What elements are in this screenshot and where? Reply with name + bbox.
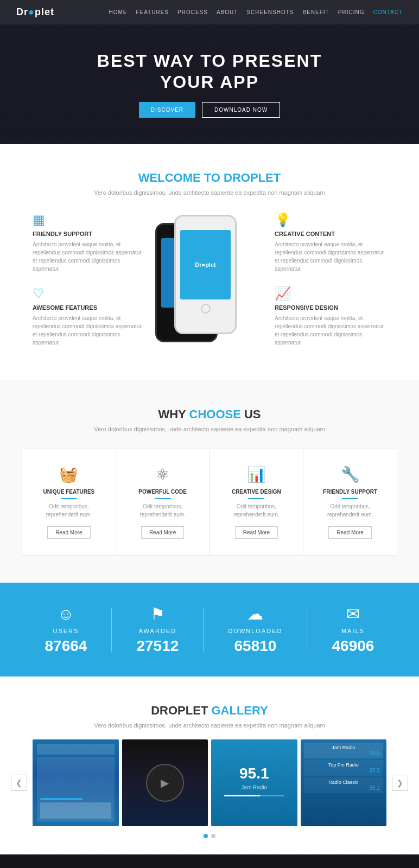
phone-mockups: Dr●plet Dr●plet [155, 212, 264, 359]
phones-center: Dr●plet Dr●plet [155, 212, 264, 359]
choose-title: WHY CHOOSE US [22, 407, 397, 422]
unique-title: UNIQUE FEATURES [33, 489, 105, 495]
nav-benefit[interactable]: BENEFIT [303, 9, 329, 15]
nav-features[interactable]: FEATURES [136, 9, 169, 15]
friendly-support-read-more[interactable]: Read More [328, 526, 371, 539]
stat-mails: ✉ MAILS 46906 [332, 604, 374, 655]
powerful-title: POWERFUL CODE [127, 489, 199, 495]
feature-support: ▦ FRIENDLY SUPPORT Architecto provident … [33, 212, 144, 273]
logo[interactable]: Dr●plet [16, 7, 54, 18]
creative-design-divider [248, 498, 264, 499]
gallery-image-4: Jam Radio 99.5 Top Fm Radio 97.5 Radio C… [301, 739, 387, 826]
welcome-title: WELCOME TO DROPLET [33, 171, 386, 185]
welcome-section: WELCOME TO DROPLET Vero doloribus dignis… [0, 144, 419, 380]
nav-links: HOME FEATURES PROCESS ABOUT SCREENSHOTS … [109, 9, 403, 15]
feature-creative-title: CREATIVE CONTENT [275, 231, 386, 237]
feature-creative: 💡 CREATIVE CONTENT Architecto provident … [275, 212, 386, 273]
downloaded-number: 65810 [228, 637, 282, 655]
nav-pricing[interactable]: PRICING [338, 9, 365, 15]
creative-design-read-more[interactable]: Read More [235, 526, 278, 539]
nav-about[interactable]: ABOUT [217, 9, 238, 15]
card-friendly: 🔧 FRIENDLY SUPPORT Odit temporibus, repr… [303, 449, 397, 555]
creative-design-text: Odit temporibus, reprehenderit eum. [221, 502, 293, 519]
stat-users: ☺ USERS 87664 [45, 605, 87, 655]
feature-awesome-text: Architecto provident eaque molita, et re… [33, 314, 144, 347]
stat-downloaded: ☁ DOWNLOADED 65810 [228, 604, 282, 655]
unique-icon: 🧺 [33, 465, 105, 483]
choose-section: WHY CHOOSE US Vero doloribus dignissimos… [0, 380, 419, 583]
hero-section: BEST WAY TO PRESENT YOUR APP DISCOVER DO… [0, 24, 419, 144]
discover-button[interactable]: DISCOVER [139, 102, 195, 118]
features-left: ▦ FRIENDLY SUPPORT Architecto provident … [33, 212, 144, 347]
feature-support-title: FRIENDLY SUPPORT [33, 231, 144, 237]
hero-buttons: DISCOVER DOWNLOAD NOW [139, 102, 280, 118]
gallery-image-1 [33, 739, 119, 826]
friendly-support-icon: 🔧 [314, 465, 386, 483]
choose-cards: 🧺 UNIQUE FEATURES Odit temporibus, repre… [22, 449, 397, 556]
phone-front: Dr●plet [174, 215, 237, 334]
dot-1[interactable] [204, 834, 208, 838]
mails-label: MAILS [332, 628, 374, 634]
awarded-number: 27512 [136, 637, 179, 655]
nav-contact[interactable]: CONTACT [373, 9, 403, 15]
feature-responsive-text: Architecto provident eaque molita, et re… [275, 314, 386, 347]
support-icon: ▦ [33, 212, 144, 227]
card-unique: 🧺 UNIQUE FEATURES Odit temporibus, repre… [22, 449, 116, 555]
users-icon: ☺ [45, 605, 87, 623]
choose-subtitle: Vero doloribus dignissimos, unde archite… [22, 426, 397, 432]
unique-text: Odit temporibus, reprehenderit eum. [33, 502, 105, 519]
powerful-icon: ⚛ [127, 465, 199, 483]
powerful-read-more[interactable]: Read More [141, 526, 184, 539]
card-creative: 📊 CREATIVE DESIGN Odit temporibus, repre… [210, 449, 304, 555]
feature-support-text: Architecto provident eaque molita, et re… [33, 240, 144, 273]
logo-dot: ● [28, 7, 35, 17]
feature-responsive-title: RESPONSIVE DESIGN [275, 304, 386, 311]
feature-creative-text: Architecto provident eaque molita, et re… [275, 240, 386, 273]
gallery-dots [11, 834, 408, 838]
gallery-image-2: ▶ [122, 739, 208, 826]
users-label: USERS [45, 628, 87, 634]
card-powerful: ⚛ POWERFUL CODE Odit temporibus, reprehe… [116, 449, 210, 555]
friendly-support-text: Odit temporibus, reprehenderit eum. [314, 502, 386, 519]
nav-process[interactable]: PROCESS [177, 9, 208, 15]
stat-divider-2 [203, 608, 204, 652]
unique-read-more[interactable]: Read More [47, 526, 90, 539]
welcome-subtitle: Vero doloribus dignissimos, unde archite… [33, 189, 386, 196]
download-button[interactable]: DOWNLOAD NOW [202, 102, 280, 118]
gallery-prev[interactable]: ❮ [11, 775, 27, 791]
nav-screenshots[interactable]: SCREENSHOTS [246, 9, 294, 15]
downloaded-icon: ☁ [228, 604, 282, 623]
users-number: 87664 [45, 637, 87, 655]
feature-awesome-title: AWESOME FEATURES [33, 304, 144, 311]
awarded-label: AWARDED [136, 628, 179, 634]
awarded-icon: ⚑ [136, 604, 179, 623]
stat-awarded: ⚑ AWARDED 27512 [136, 604, 179, 655]
navbar: Dr●plet HOME FEATURES PROCESS ABOUT SCRE… [0, 0, 419, 24]
friendly-support-divider [342, 498, 358, 499]
gallery-section: DROPLET GALLERY Vero doloribus dignissim… [0, 676, 419, 854]
features-right: 💡 CREATIVE CONTENT Architecto provident … [275, 212, 386, 347]
creative-icon: 💡 [275, 212, 386, 227]
mails-icon: ✉ [332, 604, 374, 623]
gallery-image-3: 95.1 Jam Radio [211, 739, 297, 826]
gallery-carousel: ❮ ▶ 95.1 [11, 739, 408, 826]
creative-design-icon: 📊 [221, 465, 293, 483]
powerful-divider [155, 498, 171, 499]
mails-number: 46906 [332, 637, 374, 655]
dot-2[interactable] [211, 834, 215, 838]
awesome-icon: ♡ [33, 286, 144, 301]
downloaded-label: DOWNLOADED [228, 628, 282, 634]
gallery-subtitle: Vero doloribus dignissimos, unde archite… [11, 722, 408, 729]
features-grid: ▦ FRIENDLY SUPPORT Architecto provident … [33, 212, 386, 359]
stat-divider-1 [111, 608, 112, 652]
stat-divider-3 [307, 608, 307, 652]
nav-home[interactable]: HOME [109, 9, 127, 15]
benefit-section: BENEFIT OF THE APP Vero doloribus dignis… [0, 854, 419, 868]
responsive-icon: 📈 [275, 286, 386, 301]
powerful-text: Odit temporibus, reprehenderit eum. [127, 502, 199, 519]
hero-title: BEST WAY TO PRESENT YOUR APP [97, 50, 322, 92]
creative-design-title: CREATIVE DESIGN [221, 489, 293, 495]
gallery-next[interactable]: ❯ [392, 775, 408, 791]
gallery-title: DROPLET GALLERY [11, 704, 408, 718]
feature-responsive: 📈 RESPONSIVE DESIGN Architecto provident… [275, 286, 386, 347]
